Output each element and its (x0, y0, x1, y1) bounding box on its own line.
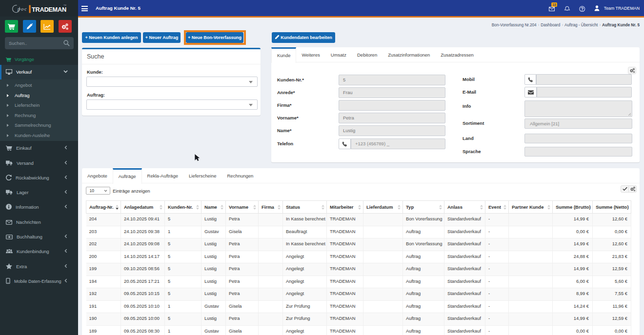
svg-text:p·o·c: p·o·c (17, 7, 27, 12)
svg-text:TM: TM (63, 4, 66, 6)
svg-text:TRADEMAN: TRADEMAN (32, 6, 66, 13)
